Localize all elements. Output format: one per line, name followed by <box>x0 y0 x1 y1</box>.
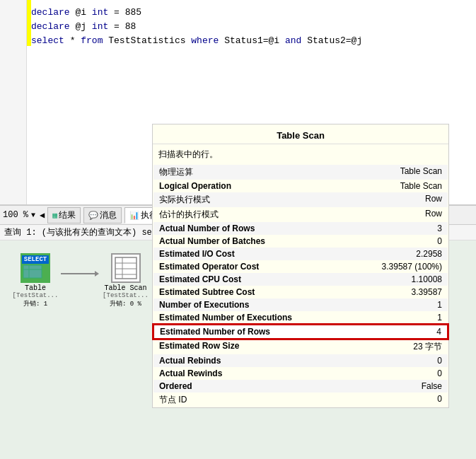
tooltip-row-label: Actual Rewinds <box>153 367 344 380</box>
tooltip-row-value: 0 <box>344 235 448 248</box>
tab-messages[interactable]: 💬 消息 <box>83 207 122 223</box>
tooltip-row-label: Ordered <box>153 380 344 393</box>
tooltip-description: 扫描表中的行。 <box>153 144 448 165</box>
code-line-2: declare @j int = 88 <box>31 20 362 34</box>
tooltip-row-value: 4 <box>344 325 448 339</box>
tooltip-title: Table Scan <box>153 124 448 144</box>
tooltip-row-label: Logical Operation <box>153 180 344 192</box>
select-node-sublabel: [TestStat... <box>13 292 59 299</box>
results-icon: ▦ <box>52 211 57 220</box>
tooltip-row-label: 节点 ID <box>153 393 344 407</box>
tooltip-row-value: Table Scan <box>344 180 448 192</box>
keyword-from: from <box>81 35 103 46</box>
messages-icon: 💬 <box>88 211 98 220</box>
zoom-control: 100 % ▼ ◀ <box>3 210 45 221</box>
tooltip-row-value: 1 <box>344 311 448 325</box>
tab-messages-label: 消息 <box>100 209 117 221</box>
tab-results[interactable]: ▦ 结果 <box>47 207 81 223</box>
tooltip-row-value: Row <box>344 192 448 207</box>
tooltip-row-label: Estimated CPU Cost <box>153 273 344 286</box>
tooltip-row-label: Estimated Subtree Cost <box>153 286 344 298</box>
tooltip-row-label: Actual Number of Batches <box>153 235 344 248</box>
scroll-left-icon[interactable]: ◀ <box>40 210 45 221</box>
tab-results-label: 结果 <box>59 209 76 221</box>
select-node-label: Table <box>25 284 46 292</box>
tooltip-row-label: Estimated Number of Rows <box>153 325 344 339</box>
table-scan-icon <box>111 253 141 283</box>
connector-svg <box>61 267 99 280</box>
keyword-select: select <box>31 35 64 46</box>
connector-line <box>61 267 99 280</box>
tooltip-row-label: Estimated Number of Executions <box>153 311 344 325</box>
zoom-dropdown-icon[interactable]: ▼ <box>31 211 35 219</box>
code-line-3: select * from TestStatistics where Statu… <box>31 34 362 48</box>
tooltip-row-label: Number of Executions <box>153 298 344 311</box>
tooltip-row-label: 估计的执行模式 <box>153 207 344 222</box>
keyword-and: and <box>285 35 301 46</box>
select-node-svg <box>22 264 43 279</box>
tooltip-row-value: 0 <box>344 393 448 407</box>
select-badge: SELECT <box>22 255 49 264</box>
select-node-icon: SELECT <box>21 253 50 283</box>
keyword-where: where <box>191 35 219 46</box>
select-node[interactable]: SELECT Table [TestStat... 升销: 1 <box>10 253 61 310</box>
table-scan-sublabel: [TestStat... <box>103 292 149 299</box>
code-line-1: declare @i int = 885 <box>31 6 362 20</box>
table-scan-label: Table Scan <box>104 284 146 292</box>
keyword-declare2: declare <box>31 21 70 32</box>
tooltip-table: 物理运算Table ScanLogical OperationTable Sca… <box>153 165 448 407</box>
table-scan-svg <box>114 256 138 280</box>
tooltip-row-label: Estimated Operator Cost <box>153 260 344 273</box>
keyword-declare: declare <box>31 7 70 18</box>
table-scan-node[interactable]: Table Scan [TestStat... 升销: 0 % <box>99 253 152 308</box>
tooltip-row-value: 3 <box>344 222 448 235</box>
tooltip-row-label: Actual Rebinds <box>153 354 344 367</box>
select-node-cost: 升销: 1 <box>23 299 47 308</box>
tooltip-row-label: Actual Number of Rows <box>153 222 344 235</box>
tooltip-row-value: Table Scan <box>344 165 448 180</box>
tooltip-row-label: 物理运算 <box>153 165 344 180</box>
tooltip-row-value: 1 <box>344 298 448 311</box>
execution-plan-icon: 📊 <box>129 211 139 220</box>
tooltip-row-value: Row <box>344 207 448 222</box>
tooltip-row-value: 23 字节 <box>344 339 448 354</box>
tooltip-row-value: 0 <box>344 354 448 367</box>
tooltip-row-value: 3.39587 (100%) <box>344 260 448 273</box>
tooltip-row-label: 实际执行模式 <box>153 192 344 207</box>
table-scan-cost: 升销: 0 % <box>110 299 141 308</box>
tooltip-row-value: 0 <box>344 367 448 380</box>
tooltip-row-label: Estimated Row Size <box>153 339 344 354</box>
keyword-int: int <box>92 7 108 18</box>
svg-rect-5 <box>115 257 137 279</box>
zoom-level: 100 % <box>3 210 28 220</box>
tooltip-row-value: 2.2958 <box>344 248 448 260</box>
line-numbers <box>0 0 27 204</box>
tooltip-row-value: False <box>344 380 448 393</box>
tooltip-row-value: 1.10008 <box>344 273 448 286</box>
tooltip-panel: Table Scan 扫描表中的行。 物理运算Table ScanLogical… <box>152 124 449 408</box>
svg-rect-0 <box>23 265 42 278</box>
tooltip-row-value: 3.39587 <box>344 286 448 298</box>
keyword-int2: int <box>92 21 108 32</box>
code-content[interactable]: declare @i int = 885 declare @j int = 88… <box>31 6 362 48</box>
tooltip-row-label: Estimated I/O Cost <box>153 248 344 260</box>
